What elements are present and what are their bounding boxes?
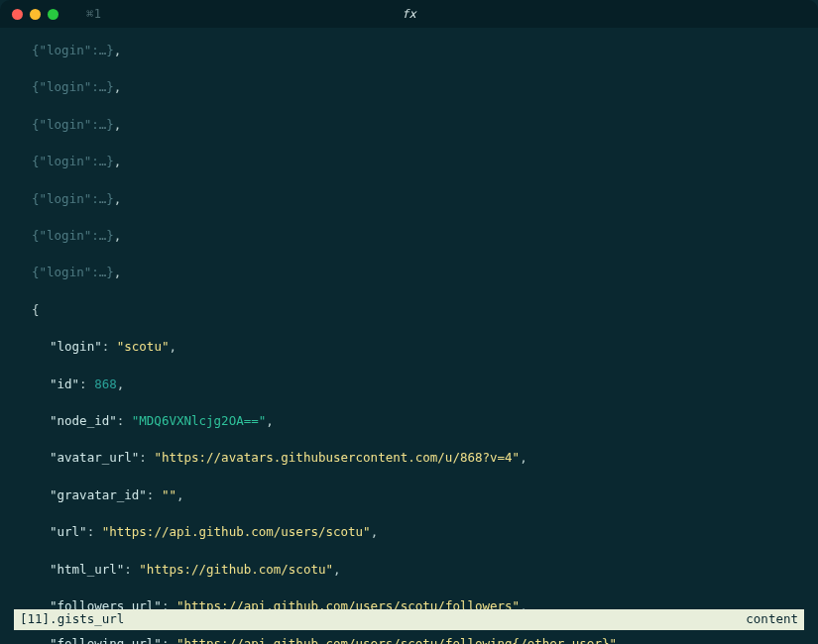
json-viewer[interactable]: {"login":…}, {"login":…}, {"login":…}, {…: [0, 28, 818, 644]
collapsed-object[interactable]: {"login":…},: [14, 264, 818, 282]
json-prop-gravatar_id[interactable]: "gravatar_id": "",: [14, 486, 818, 505]
window-title: fx: [0, 5, 818, 24]
json-prop-url[interactable]: "url": "https://api.github.com/users/sco…: [14, 523, 818, 542]
collapsed-object[interactable]: {"login":…},: [14, 78, 818, 97]
json-prop-following_url[interactable]: "following_url": "https://api.github.com…: [14, 635, 818, 645]
collapsed-object[interactable]: {"login":…},: [14, 42, 818, 60]
status-bar: [11].gists_url content: [14, 609, 804, 630]
titlebar: ⌘1 fx: [0, 0, 818, 28]
collapsed-object[interactable]: {"login":…},: [14, 153, 818, 171]
collapsed-object[interactable]: {"login":…},: [14, 116, 818, 135]
json-prop-id[interactable]: "id": 868,: [14, 376, 818, 394]
object-open[interactable]: {: [14, 301, 818, 320]
json-prop-html_url[interactable]: "html_url": "https://github.com/scotu",: [14, 561, 818, 580]
json-prop-login[interactable]: "login": "scotu",: [14, 338, 818, 357]
status-path: [11].gists_url: [20, 610, 124, 629]
json-prop-avatar_url[interactable]: "avatar_url": "https://avatars.githubuse…: [14, 449, 818, 468]
zoom-icon[interactable]: [48, 9, 58, 20]
close-icon[interactable]: [12, 9, 23, 20]
window-controls: [12, 9, 58, 20]
tab-indicator: ⌘1: [86, 5, 101, 24]
status-mode: content: [746, 610, 798, 629]
json-prop-node_id[interactable]: "node_id": "MDQ6VXNlcjg2OA==",: [14, 412, 818, 431]
collapsed-object[interactable]: {"login":…},: [14, 190, 818, 209]
minimize-icon[interactable]: [30, 9, 41, 20]
collapsed-object[interactable]: {"login":…},: [14, 227, 818, 246]
